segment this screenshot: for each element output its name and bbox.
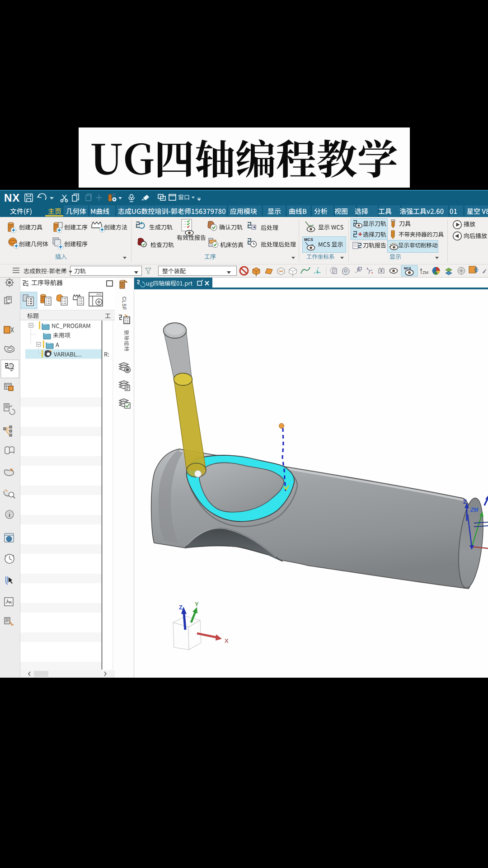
- svg-text:Z: Z: [463, 498, 467, 505]
- svg-text:ZM: ZM: [422, 270, 428, 275]
- svg-text:MCS: MCS: [304, 237, 313, 242]
- svg-text:ZM: ZM: [470, 507, 479, 513]
- svg-text:Z: Z: [179, 604, 183, 611]
- svg-text:0: 0: [359, 267, 360, 270]
- svg-text:Y: Y: [195, 601, 199, 608]
- svg-text:X: X: [225, 637, 229, 644]
- svg-text:MCS: MCS: [404, 267, 411, 270]
- svg-text:Z: Z: [366, 267, 368, 270]
